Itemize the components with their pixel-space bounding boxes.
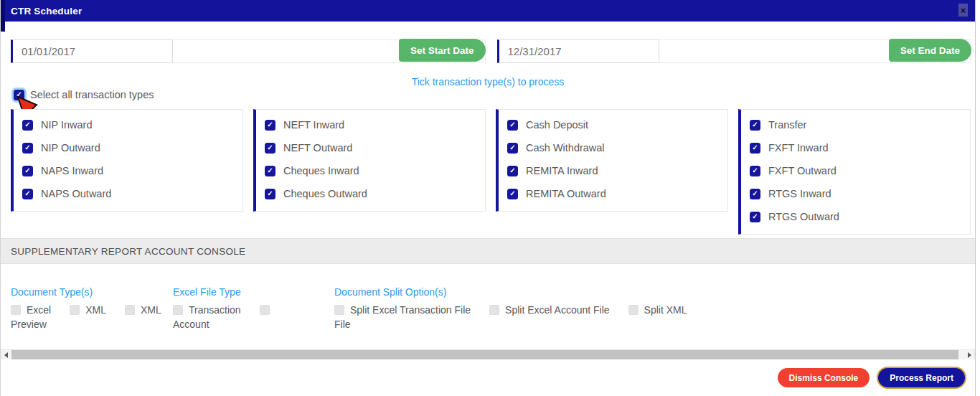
- checked-checkbox[interactable]: [22, 120, 33, 131]
- unchecked-checkbox[interactable]: [334, 305, 344, 315]
- tx-label: Cash Withdrawal: [526, 142, 605, 154]
- checked-checkbox[interactable]: [750, 212, 760, 222]
- set-end-date-button[interactable]: Set End Date: [889, 39, 971, 62]
- checked-checkbox[interactable]: [265, 189, 275, 199]
- section-header-text: SUPPLEMENTARY REPORT ACCOUNT CONSOLE: [11, 246, 245, 257]
- opt-label: Split Excel Account File: [505, 304, 610, 316]
- document-types-group: Document Type(s) ExcelXMLXML Preview: [11, 286, 163, 331]
- checked-checkbox[interactable]: [750, 143, 760, 154]
- tx-item[interactable]: Cash Deposit: [507, 113, 727, 136]
- instruction-text: Tick transaction type(s) to process: [1, 76, 975, 88]
- tx-item[interactable]: Cheques Outward: [265, 182, 485, 205]
- scroll-left-arrow-icon[interactable]: [1, 350, 11, 359]
- checked-checkbox[interactable]: [507, 120, 518, 131]
- unchecked-checkbox[interactable]: [70, 305, 80, 315]
- dismiss-console-button[interactable]: Dismiss Console: [778, 368, 870, 387]
- opt-label: Transaction: [189, 304, 241, 316]
- select-all-label: Select all transaction types: [30, 89, 154, 100]
- tx-label: REMITA Inward: [526, 165, 598, 176]
- tx-item[interactable]: Cheques Inward: [265, 159, 485, 182]
- tx-label: NAPS Inward: [41, 165, 103, 176]
- unchecked-checkbox[interactable]: [125, 305, 135, 315]
- checked-checkbox[interactable]: [22, 189, 33, 199]
- tx-item[interactable]: FXFT Inward: [750, 136, 970, 159]
- tx-item[interactable]: REMITA Inward: [507, 159, 727, 182]
- checked-checkbox[interactable]: [750, 166, 760, 176]
- document-split-options-group: Document Split Option(s) Split Excel Tra…: [334, 286, 693, 331]
- unchecked-checkbox[interactable]: [11, 305, 21, 315]
- ctr-scheduler-window: CTR Scheduler × Set Start Date Set End D…: [0, 0, 976, 396]
- scroll-right-arrow-icon[interactable]: [965, 350, 974, 359]
- checked-checkbox[interactable]: [22, 143, 33, 154]
- titlebar: CTR Scheduler ×: [1, 0, 975, 22]
- tx-item[interactable]: NIP Inward: [22, 113, 242, 136]
- doc-type-xml[interactable]: XML: [70, 303, 106, 316]
- tx-label: FXFT Outward: [768, 165, 837, 176]
- split-excel-account-file[interactable]: Split Excel Account File: [489, 303, 610, 316]
- tx-label: NIP Outward: [41, 142, 100, 154]
- tx-item[interactable]: RTGS Inward: [750, 182, 970, 205]
- opt-label: Excel: [27, 304, 51, 316]
- unchecked-checkbox[interactable]: [260, 305, 270, 315]
- horizontal-scrollbar[interactable]: [1, 349, 975, 360]
- tx-item[interactable]: NAPS Outward: [22, 182, 242, 205]
- tx-label: Cheques Outward: [283, 188, 367, 199]
- supplementary-options: Document Type(s) ExcelXMLXML Preview Exc…: [1, 286, 975, 329]
- unchecked-checkbox[interactable]: [173, 305, 183, 315]
- checked-checkbox[interactable]: [750, 189, 760, 199]
- checked-checkbox[interactable]: [507, 143, 518, 154]
- transaction-panel-4: Transfer FXFT Inward FXFT Outward RTGS I…: [738, 109, 971, 235]
- transaction-panel-3: Cash Deposit Cash Withdrawal REMITA Inwa…: [496, 109, 728, 212]
- transaction-panels: NIP Inward NIP Outward NAPS Inward NAPS …: [11, 109, 971, 235]
- tx-item[interactable]: Cash Withdrawal: [507, 136, 727, 159]
- excel-type-transaction[interactable]: Transaction: [173, 303, 241, 316]
- checked-checkbox[interactable]: [750, 120, 760, 131]
- scrollbar-thumb[interactable]: [11, 350, 958, 359]
- end-date-group: Set End Date: [497, 39, 972, 63]
- tx-item[interactable]: NEFT Outward: [265, 136, 485, 159]
- checked-checkbox[interactable]: [265, 166, 275, 176]
- tx-item[interactable]: NEFT Inward: [265, 113, 485, 136]
- start-date-input[interactable]: [11, 39, 173, 63]
- tx-label: RTGS Outward: [768, 211, 839, 222]
- tx-label: NIP Inward: [41, 119, 92, 131]
- end-date-input[interactable]: [497, 39, 659, 63]
- checked-checkbox[interactable]: [265, 120, 275, 131]
- checked-checkbox[interactable]: [265, 143, 275, 154]
- unchecked-checkbox[interactable]: [628, 305, 639, 315]
- checked-checkbox[interactable]: [507, 166, 518, 176]
- checked-checkbox[interactable]: [507, 189, 518, 199]
- process-report-button[interactable]: Process Report: [878, 368, 965, 387]
- set-start-date-button[interactable]: Set Start Date: [399, 39, 486, 62]
- checked-checkbox[interactable]: [22, 166, 33, 176]
- tx-item[interactable]: Transfer: [750, 113, 970, 136]
- tx-item[interactable]: NIP Outward: [22, 136, 242, 159]
- tx-label: Cheques Inward: [283, 165, 359, 176]
- document-types-label: Document Type(s): [11, 286, 163, 298]
- tx-item[interactable]: FXFT Outward: [750, 159, 970, 182]
- tx-item[interactable]: NAPS Inward: [22, 159, 242, 182]
- supplementary-section-header: SUPPLEMENTARY REPORT ACCOUNT CONSOLE: [1, 238, 975, 264]
- doc-type-excel[interactable]: Excel: [11, 303, 51, 316]
- tx-label: Cash Deposit: [526, 119, 588, 131]
- excel-file-type-label: Excel File Type: [173, 286, 316, 298]
- transaction-panel-1: NIP Inward NIP Outward NAPS Inward NAPS …: [11, 109, 243, 212]
- tx-label: REMITA Outward: [526, 188, 606, 199]
- tx-item[interactable]: RTGS Outward: [750, 205, 970, 228]
- select-all-checkbox-row[interactable]: Select all transaction types: [14, 89, 154, 100]
- tx-item[interactable]: REMITA Outward: [507, 182, 727, 205]
- document-split-options-label: Document Split Option(s): [334, 286, 693, 298]
- excel-file-type-group: Excel File Type TransactionAccount: [173, 286, 316, 331]
- tx-label: Transfer: [768, 119, 806, 131]
- tx-label: NEFT Outward: [283, 142, 352, 154]
- opt-label: Account: [173, 319, 209, 330]
- date-row: Set Start Date Set End Date: [11, 39, 971, 63]
- split-excel-transaction-file[interactable]: Split Excel Transaction File: [334, 303, 471, 316]
- unchecked-checkbox[interactable]: [489, 305, 499, 315]
- tx-label: NAPS Outward: [41, 188, 111, 199]
- tx-label: FXFT Inward: [768, 142, 829, 154]
- close-icon[interactable]: ×: [958, 4, 968, 16]
- tx-label: RTGS Inward: [768, 188, 831, 199]
- start-date-group: Set Start Date: [11, 39, 486, 63]
- select-all-checkbox[interactable]: [14, 90, 24, 100]
